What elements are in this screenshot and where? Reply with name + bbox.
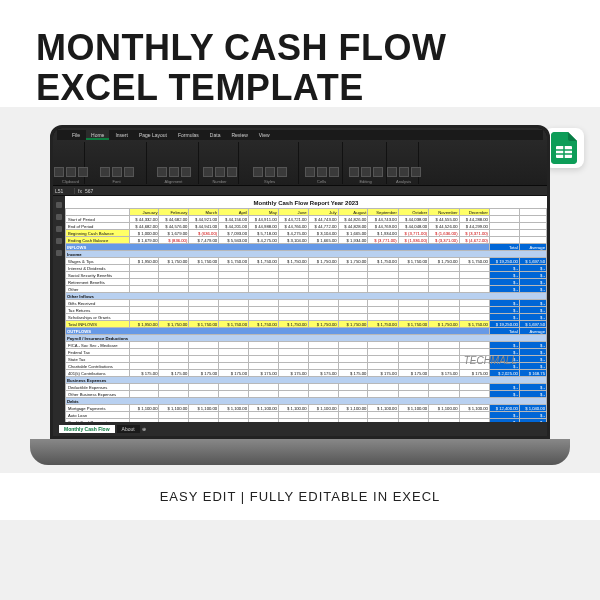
- formula-value[interactable]: 567: [85, 188, 93, 194]
- watermark: TECHMALL: [464, 355, 517, 366]
- ribbon-tab-insert[interactable]: Insert: [110, 130, 133, 140]
- spreadsheet-grid[interactable]: Monthly Cash Flow Report Year 2023 Janua…: [65, 196, 547, 422]
- ribbon-group-analysis[interactable]: Analysis: [389, 142, 419, 184]
- add-sheet-icon[interactable]: ⊕: [142, 426, 146, 432]
- laptop-base: [30, 439, 570, 465]
- ribbon-tab-view[interactable]: View: [254, 130, 275, 140]
- ribbon-group-cells[interactable]: Cells: [301, 142, 343, 184]
- left-toolbar: [53, 196, 65, 422]
- excel-ribbon: FileHomeInsertPage LayoutFormulasDataRev…: [53, 128, 547, 186]
- hero-title: MONTHLY CASH FLOW EXCEL TEMPLATE: [36, 28, 564, 107]
- sheet-tabs[interactable]: Monthly Cash Flow About ⊕: [53, 422, 547, 436]
- ribbon-group-editing[interactable]: Editing: [345, 142, 387, 184]
- footer-caption: EASY EDIT | FULLY EDITABLE IN EXECL: [0, 473, 600, 520]
- ribbon-tab-home[interactable]: Home: [86, 130, 109, 140]
- ribbon-tab-data[interactable]: Data: [205, 130, 226, 140]
- ribbon-tab-review[interactable]: Review: [226, 130, 252, 140]
- tab-monthly-cash-flow[interactable]: Monthly Cash Flow: [59, 425, 115, 433]
- ribbon-group-font[interactable]: Font: [87, 142, 147, 184]
- ribbon-group-number[interactable]: Number: [201, 142, 239, 184]
- hero: MONTHLY CASH FLOW EXCEL TEMPLATE: [0, 0, 600, 107]
- ribbon-tab-formulas[interactable]: Formulas: [173, 130, 204, 140]
- ribbon-group-alignment[interactable]: Alignment: [149, 142, 199, 184]
- fx-icon: fx: [75, 188, 85, 194]
- laptop-mockup: FileHomeInsertPage LayoutFormulasDataRev…: [0, 125, 600, 465]
- formula-bar[interactable]: L51 fx 567: [53, 186, 547, 196]
- ribbon-group-styles[interactable]: Styles: [241, 142, 299, 184]
- ribbon-tab-file[interactable]: File: [67, 130, 85, 140]
- ribbon-tab-page-layout[interactable]: Page Layout: [134, 130, 172, 140]
- tab-about[interactable]: About: [117, 425, 140, 433]
- excel-window: FileHomeInsertPage LayoutFormulasDataRev…: [50, 125, 550, 439]
- ribbon-group-clipboard[interactable]: Clipboard: [57, 142, 85, 184]
- report-title: Monthly Cash Flow Report Year 2023: [65, 196, 547, 208]
- name-box[interactable]: L51: [53, 188, 75, 194]
